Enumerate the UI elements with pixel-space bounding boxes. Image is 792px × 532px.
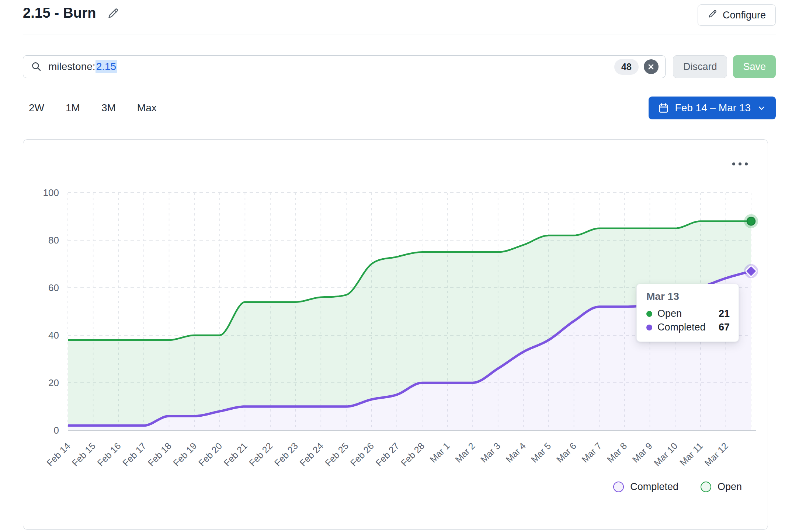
svg-text:Mar 5: Mar 5 [529,441,553,465]
svg-text:Feb 27: Feb 27 [374,441,401,468]
configure-label: Configure [723,10,766,21]
svg-text:Feb 17: Feb 17 [121,441,148,468]
preset-1m[interactable]: 1M [66,102,80,114]
svg-text:80: 80 [48,235,59,246]
preset-2w[interactable]: 2W [29,102,44,114]
svg-text:Mar 8: Mar 8 [605,441,629,465]
svg-text:40: 40 [48,330,59,341]
legend-item-completed[interactable]: Completed [613,481,678,493]
svg-text:Feb 25: Feb 25 [323,441,351,468]
pencil-icon [708,9,718,21]
tooltip-completed-value: 67 [719,321,730,334]
edit-title-pencil-icon[interactable] [106,6,121,21]
configure-button[interactable]: Configure [698,4,776,26]
svg-text:Mar 6: Mar 6 [554,441,578,465]
tooltip-open-value: 21 [719,307,730,321]
filter-search-input[interactable]: milestone:2.15 48 [23,55,666,78]
svg-text:Feb 26: Feb 26 [348,441,376,468]
svg-text:Feb 14: Feb 14 [45,441,72,468]
filter-bar: milestone:2.15 48 Discard Save [23,55,776,78]
open-series-dot-icon [646,311,652,317]
svg-text:Feb 19: Feb 19 [171,441,199,468]
chart-more-menu-button[interactable] [730,160,750,168]
time-range-presets: 2W 1M 3M Max [29,97,157,119]
chart-legend: Completed Open [613,481,742,493]
legend-item-open[interactable]: Open [701,481,742,493]
svg-text:Mar 11: Mar 11 [678,441,705,468]
svg-text:60: 60 [48,282,59,293]
completed-series-dot-icon [646,325,652,330]
svg-text:Mar 12: Mar 12 [702,441,730,468]
tooltip-row-completed: Completed 67 [646,321,730,334]
svg-text:Mar 9: Mar 9 [630,441,654,465]
preset-max[interactable]: Max [137,102,157,114]
burn-chart-page: 2.15 - Burn Configure milestone:2.15 [0,0,792,532]
header-divider [23,35,776,35]
result-count-badge: 48 [614,59,639,75]
clear-filter-button[interactable] [644,59,659,74]
svg-text:0: 0 [54,425,59,436]
svg-text:Feb 24: Feb 24 [298,441,325,468]
calendar-icon [658,102,669,114]
tooltip-completed-label: Completed [657,321,706,334]
svg-text:Feb 28: Feb 28 [399,441,427,468]
header: 2.15 - Burn [23,5,121,21]
date-range-label: Feb 14 – Mar 13 [675,102,751,114]
chart-card: 020406080100Feb 14Feb 15Feb 16Feb 17Feb … [23,139,768,530]
filter-query-prefix: milestone: [48,61,95,72]
chevron-down-icon [757,103,767,113]
chart-tooltip: Mar 13 Open 21 Completed 67 [636,284,739,342]
tooltip-date: Mar 13 [646,291,730,302]
svg-text:Feb 15: Feb 15 [70,441,97,468]
tooltip-row-open: Open 21 [646,307,730,321]
preset-3m[interactable]: 3M [101,102,116,114]
svg-text:Feb 21: Feb 21 [222,441,249,468]
search-icon [31,61,42,73]
tooltip-open-label: Open [657,307,682,321]
completed-legend-ring-icon [613,482,624,492]
svg-text:Mar 1: Mar 1 [428,441,452,465]
svg-text:Feb 23: Feb 23 [272,441,300,468]
ellipsis-icon [732,162,735,165]
svg-text:Feb 20: Feb 20 [196,441,224,468]
svg-text:20: 20 [48,377,59,388]
svg-text:Feb 18: Feb 18 [146,441,173,468]
svg-text:Mar 7: Mar 7 [580,441,604,465]
date-range-button[interactable]: Feb 14 – Mar 13 [649,97,776,119]
svg-text:Mar 2: Mar 2 [453,441,477,465]
svg-text:Feb 16: Feb 16 [95,441,123,468]
filter-query-selected-value: 2.15 [95,60,117,73]
save-button[interactable]: Save [733,55,776,78]
svg-text:Mar 10: Mar 10 [652,441,680,468]
filter-query-text: milestone:2.15 [48,61,117,73]
svg-text:Mar 4: Mar 4 [504,441,528,465]
svg-text:100: 100 [43,187,59,198]
discard-button[interactable]: Discard [673,55,727,78]
page-title: 2.15 - Burn [23,5,96,21]
svg-text:Feb 22: Feb 22 [247,441,275,468]
svg-text:Mar 3: Mar 3 [478,441,502,465]
open-legend-ring-icon [701,482,711,492]
close-icon [647,63,654,70]
